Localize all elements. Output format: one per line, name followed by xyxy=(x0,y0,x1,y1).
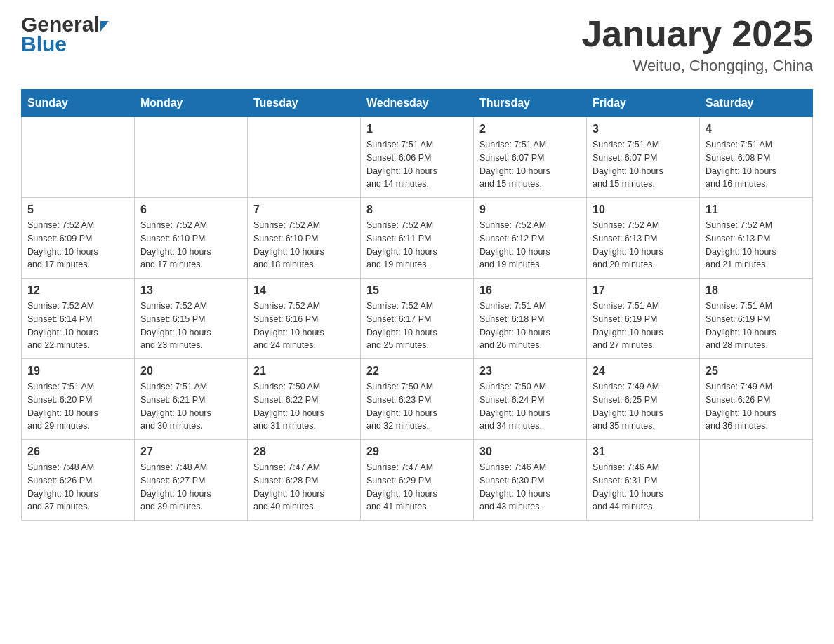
calendar-title: January 2025 xyxy=(581,14,813,54)
day-number: 12 xyxy=(27,284,128,297)
calendar-cell: 29Sunrise: 7:47 AM Sunset: 6:29 PM Dayli… xyxy=(361,440,474,521)
day-number: 19 xyxy=(27,365,128,377)
day-info: Sunrise: 7:52 AM Sunset: 6:17 PM Dayligh… xyxy=(366,300,468,352)
day-info: Sunrise: 7:52 AM Sunset: 6:13 PM Dayligh… xyxy=(593,219,694,271)
header-day-friday: Friday xyxy=(587,90,700,117)
day-number: 22 xyxy=(366,365,468,377)
day-info: Sunrise: 7:50 AM Sunset: 6:24 PM Dayligh… xyxy=(479,380,581,433)
calendar-cell: 15Sunrise: 7:52 AM Sunset: 6:17 PM Dayli… xyxy=(361,279,474,359)
week-row-4: 19Sunrise: 7:51 AM Sunset: 6:20 PM Dayli… xyxy=(22,359,813,440)
day-info: Sunrise: 7:52 AM Sunset: 6:10 PM Dayligh… xyxy=(140,219,241,271)
calendar-cell: 25Sunrise: 7:49 AM Sunset: 6:26 PM Dayli… xyxy=(700,359,813,440)
calendar-cell: 16Sunrise: 7:51 AM Sunset: 6:18 PM Dayli… xyxy=(474,279,587,359)
day-number: 15 xyxy=(366,284,468,297)
calendar-cell: 31Sunrise: 7:46 AM Sunset: 6:31 PM Dayli… xyxy=(587,440,700,521)
day-info: Sunrise: 7:48 AM Sunset: 6:27 PM Dayligh… xyxy=(140,461,241,514)
day-info: Sunrise: 7:46 AM Sunset: 6:30 PM Dayligh… xyxy=(479,461,581,514)
day-info: Sunrise: 7:49 AM Sunset: 6:26 PM Dayligh… xyxy=(706,380,807,433)
week-row-5: 26Sunrise: 7:48 AM Sunset: 6:26 PM Dayli… xyxy=(22,440,813,521)
day-number: 1 xyxy=(366,123,468,135)
day-info: Sunrise: 7:52 AM Sunset: 6:16 PM Dayligh… xyxy=(253,300,355,352)
day-info: Sunrise: 7:47 AM Sunset: 6:29 PM Dayligh… xyxy=(366,461,468,514)
day-number: 20 xyxy=(140,365,241,377)
day-info: Sunrise: 7:51 AM Sunset: 6:21 PM Dayligh… xyxy=(140,380,241,433)
day-info: Sunrise: 7:52 AM Sunset: 6:14 PM Dayligh… xyxy=(27,300,128,352)
day-number: 24 xyxy=(593,365,694,377)
day-number: 14 xyxy=(253,284,355,297)
calendar-cell xyxy=(22,117,135,198)
day-info: Sunrise: 7:51 AM Sunset: 6:08 PM Dayligh… xyxy=(706,138,807,191)
calendar-cell: 21Sunrise: 7:50 AM Sunset: 6:22 PM Dayli… xyxy=(248,359,361,440)
title-block: January 2025 Weituo, Chongqing, China xyxy=(581,14,813,75)
day-info: Sunrise: 7:52 AM Sunset: 6:09 PM Dayligh… xyxy=(27,219,128,271)
logo-arrow-icon xyxy=(100,21,109,32)
calendar-header: SundayMondayTuesdayWednesdayThursdayFrid… xyxy=(22,90,813,117)
day-number: 3 xyxy=(593,123,694,135)
day-number: 4 xyxy=(706,123,807,135)
calendar-subtitle: Weituo, Chongqing, China xyxy=(581,57,813,75)
page-header: General Blue January 2025 Weituo, Chongq… xyxy=(21,14,813,75)
calendar-cell xyxy=(700,440,813,521)
logo: General Blue xyxy=(21,14,109,55)
day-info: Sunrise: 7:52 AM Sunset: 6:10 PM Dayligh… xyxy=(253,219,355,271)
day-number: 30 xyxy=(479,445,581,458)
header-day-saturday: Saturday xyxy=(700,90,813,117)
day-number: 5 xyxy=(27,203,128,216)
header-day-monday: Monday xyxy=(135,90,248,117)
day-number: 17 xyxy=(593,284,694,297)
day-number: 23 xyxy=(479,365,581,377)
day-info: Sunrise: 7:47 AM Sunset: 6:28 PM Dayligh… xyxy=(253,461,355,514)
calendar-cell: 2Sunrise: 7:51 AM Sunset: 6:07 PM Daylig… xyxy=(474,117,587,198)
day-info: Sunrise: 7:51 AM Sunset: 6:20 PM Dayligh… xyxy=(27,380,128,433)
day-info: Sunrise: 7:51 AM Sunset: 6:07 PM Dayligh… xyxy=(479,138,581,191)
calendar-cell: 24Sunrise: 7:49 AM Sunset: 6:25 PM Dayli… xyxy=(587,359,700,440)
day-info: Sunrise: 7:52 AM Sunset: 6:11 PM Dayligh… xyxy=(366,219,468,271)
calendar-table: SundayMondayTuesdayWednesdayThursdayFrid… xyxy=(21,89,813,521)
calendar-cell: 12Sunrise: 7:52 AM Sunset: 6:14 PM Dayli… xyxy=(22,279,135,359)
week-row-2: 5Sunrise: 7:52 AM Sunset: 6:09 PM Daylig… xyxy=(22,198,813,279)
header-row: SundayMondayTuesdayWednesdayThursdayFrid… xyxy=(22,90,813,117)
day-info: Sunrise: 7:51 AM Sunset: 6:07 PM Dayligh… xyxy=(593,138,694,191)
calendar-cell: 20Sunrise: 7:51 AM Sunset: 6:21 PM Dayli… xyxy=(135,359,248,440)
day-number: 26 xyxy=(27,445,128,458)
day-number: 2 xyxy=(479,123,581,135)
day-number: 27 xyxy=(140,445,241,458)
day-number: 11 xyxy=(706,203,807,216)
day-info: Sunrise: 7:51 AM Sunset: 6:06 PM Dayligh… xyxy=(366,138,468,191)
day-number: 31 xyxy=(593,445,694,458)
calendar-cell: 27Sunrise: 7:48 AM Sunset: 6:27 PM Dayli… xyxy=(135,440,248,521)
calendar-cell: 28Sunrise: 7:47 AM Sunset: 6:28 PM Dayli… xyxy=(248,440,361,521)
day-info: Sunrise: 7:50 AM Sunset: 6:23 PM Dayligh… xyxy=(366,380,468,433)
day-info: Sunrise: 7:51 AM Sunset: 6:19 PM Dayligh… xyxy=(706,300,807,352)
calendar-cell: 10Sunrise: 7:52 AM Sunset: 6:13 PM Dayli… xyxy=(587,198,700,279)
day-info: Sunrise: 7:46 AM Sunset: 6:31 PM Dayligh… xyxy=(593,461,694,514)
day-info: Sunrise: 7:52 AM Sunset: 6:12 PM Dayligh… xyxy=(479,219,581,271)
calendar-cell: 18Sunrise: 7:51 AM Sunset: 6:19 PM Dayli… xyxy=(700,279,813,359)
day-number: 28 xyxy=(253,445,355,458)
calendar-cell xyxy=(248,117,361,198)
calendar-cell: 11Sunrise: 7:52 AM Sunset: 6:13 PM Dayli… xyxy=(700,198,813,279)
calendar-cell xyxy=(135,117,248,198)
day-number: 8 xyxy=(366,203,468,216)
calendar-cell: 6Sunrise: 7:52 AM Sunset: 6:10 PM Daylig… xyxy=(135,198,248,279)
calendar-cell: 5Sunrise: 7:52 AM Sunset: 6:09 PM Daylig… xyxy=(22,198,135,279)
calendar-cell: 3Sunrise: 7:51 AM Sunset: 6:07 PM Daylig… xyxy=(587,117,700,198)
calendar-body: 1Sunrise: 7:51 AM Sunset: 6:06 PM Daylig… xyxy=(22,117,813,521)
calendar-cell: 9Sunrise: 7:52 AM Sunset: 6:12 PM Daylig… xyxy=(474,198,587,279)
day-number: 21 xyxy=(253,365,355,377)
day-info: Sunrise: 7:52 AM Sunset: 6:13 PM Dayligh… xyxy=(706,219,807,271)
day-number: 13 xyxy=(140,284,241,297)
calendar-cell: 14Sunrise: 7:52 AM Sunset: 6:16 PM Dayli… xyxy=(248,279,361,359)
day-info: Sunrise: 7:52 AM Sunset: 6:15 PM Dayligh… xyxy=(140,300,241,352)
day-number: 10 xyxy=(593,203,694,216)
calendar-cell: 17Sunrise: 7:51 AM Sunset: 6:19 PM Dayli… xyxy=(587,279,700,359)
calendar-cell: 8Sunrise: 7:52 AM Sunset: 6:11 PM Daylig… xyxy=(361,198,474,279)
day-info: Sunrise: 7:49 AM Sunset: 6:25 PM Dayligh… xyxy=(593,380,694,433)
day-info: Sunrise: 7:50 AM Sunset: 6:22 PM Dayligh… xyxy=(253,380,355,433)
day-number: 25 xyxy=(706,365,807,377)
logo-blue-text: Blue xyxy=(21,34,109,55)
calendar-cell: 30Sunrise: 7:46 AM Sunset: 6:30 PM Dayli… xyxy=(474,440,587,521)
calendar-cell: 1Sunrise: 7:51 AM Sunset: 6:06 PM Daylig… xyxy=(361,117,474,198)
header-day-wednesday: Wednesday xyxy=(361,90,474,117)
day-number: 18 xyxy=(706,284,807,297)
